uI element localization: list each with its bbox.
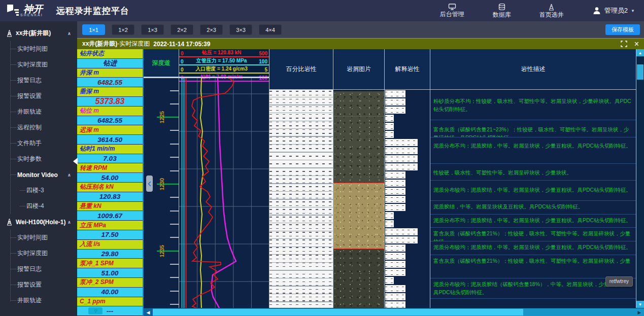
parameter-label: 入流 l/s	[77, 240, 143, 250]
sidebar-item[interactable]: 实时时间图 ∧	[0, 41, 77, 57]
nav-backend-admin[interactable]: 后台管理	[440, 4, 464, 18]
sidebar-item[interactable]: 四楼-3 ∧	[0, 183, 77, 198]
user-name: 管理员2	[604, 6, 628, 15]
lithology-segment	[385, 261, 405, 268]
parameter-value: ▽ 17.50	[77, 230, 143, 240]
description-row: 泥质分布不均；泥质胶结，中等。岩屑呈块状，少量豆粒状。具PDC钻头切削特征。	[430, 215, 636, 228]
sidebar-item[interactable]: 四楼-4 ∧	[0, 198, 77, 214]
sidebar-item[interactable]: xx井(新井眼) ∧	[0, 25, 77, 41]
lithology-segment	[385, 163, 418, 170]
dropdown-chevron-icon[interactable]: ▽	[88, 307, 103, 314]
sidebar-item[interactable]: 报警日志 ∧	[0, 73, 77, 88]
sidebar-item[interactable]: 文件助手 ∧	[0, 135, 77, 151]
parameter-label: C_1 ppm	[77, 297, 143, 307]
sidebar-item[interactable]: 实时时间图 ∧	[0, 230, 77, 245]
lithology-segment	[385, 293, 405, 300]
save-template-button[interactable]: 保存模板	[605, 24, 640, 35]
parameter-value: ▽ 29.80	[77, 250, 143, 259]
parameter-label: 垂深 m	[77, 87, 143, 97]
lithology-segment	[385, 139, 418, 146]
sidebar-item[interactable]: 实时深度图 ∧	[0, 245, 77, 261]
database-icon	[498, 4, 505, 11]
parameter-label: 泵冲_2 SPM	[77, 278, 143, 288]
vertical-scrollbar[interactable]: ▲ ▼	[636, 49, 644, 308]
layout-button[interactable]: 1×3	[141, 24, 164, 35]
description-row: 性较硬，吸水性、可塑性中等。岩屑呈碎块状，少量块状。	[430, 164, 636, 181]
top-header: 神开 SHENKAI 远程录井监控平台 后台管理 数据库	[0, 0, 644, 21]
lithology-segment	[385, 212, 394, 219]
lithology-segment	[385, 171, 405, 179]
vertical-scroll-track[interactable]	[636, 56, 644, 301]
description-row: 粉砂质分布不均；性较硬，吸水性、可塑性中等。岩屑呈块状，少量碎块状。具PDC钻头…	[430, 90, 636, 120]
lithology-segment	[385, 115, 394, 122]
chevron-left-icon	[148, 181, 151, 187]
lithology-segment	[385, 244, 405, 252]
scroll-up-button[interactable]: ▲	[636, 49, 644, 56]
lithology-segment	[385, 204, 405, 211]
parameter-value: ▽ 6482.55	[77, 78, 143, 87]
chevron-down-icon: ▼	[631, 9, 635, 13]
cuttings-photo-section	[333, 91, 384, 183]
sidebar-item[interactable]: 报警日志 ∧	[0, 261, 77, 277]
parameter-label: 钻井状态	[77, 49, 143, 59]
scroll-left-button[interactable]: ◀	[144, 308, 153, 316]
percent-lithology-body	[269, 90, 333, 308]
horizontal-scrollbar[interactable]: ◀ ▶	[144, 308, 644, 316]
parameter-value: ▽ 40.00	[77, 288, 143, 297]
sidebar-item[interactable]: 远程控制 ∧	[0, 120, 77, 135]
close-icon[interactable]: ×	[634, 41, 639, 48]
lithology-description-track: 岩性描述 粉砂质分布不均；性较硬，吸水性、可塑性中等。岩屑呈块状，少量碎块状。具…	[430, 49, 636, 308]
parameter-value: ▽ 51.00	[77, 268, 143, 278]
lithology-segment	[385, 269, 405, 276]
sidebar-item[interactable]: Monitor Video ∧	[0, 167, 77, 183]
sidebar-item[interactable]: 报警设置 ∧	[0, 88, 77, 104]
lithology-segment	[385, 107, 405, 114]
derrick-icon	[6, 29, 13, 37]
chevron-up-icon: ∧	[67, 31, 71, 36]
wob-curve	[192, 78, 234, 308]
user-menu[interactable]: 管理员2 ▼	[592, 6, 635, 15]
sidebar-collapse-arrow[interactable]	[73, 158, 78, 165]
vertical-scroll-thumb[interactable]	[637, 64, 643, 80]
lithology-segment	[385, 236, 418, 243]
fullscreen-icon[interactable]	[621, 41, 627, 47]
parameter-label: 悬重 kN	[77, 202, 143, 212]
parameter-row: C_1 ppm ▽ ---	[77, 297, 143, 316]
cuttings-photo-body	[333, 90, 384, 308]
layout-button[interactable]: 4×4	[259, 24, 282, 35]
curve-legend-header: 0 钻压 = 120.83 kN 500 0 立管压力 = 17.50 MPa …	[179, 49, 269, 77]
panel-timestamp: 2022-11-14 17:05:39	[153, 41, 210, 48]
depth-chart-region: 深度道	[144, 49, 644, 316]
sidebar-item[interactable]: 实时参数 ∧	[0, 151, 77, 167]
sidebar-item[interactable]: 井眼轨迹 ∧	[0, 104, 77, 120]
sidebar-item[interactable]: Wei-H100(Hole-1) ∧	[0, 214, 77, 230]
layout-button[interactable]: 2×3	[200, 24, 223, 35]
layout-button[interactable]: 1×1	[82, 24, 105, 35]
sidebar-item[interactable]: 实时深度图 ∧	[0, 57, 77, 73]
nav-database[interactable]: 数据库	[493, 4, 511, 18]
sidebar-item[interactable]: 报警设置 ∧	[0, 277, 77, 293]
scroll-down-button[interactable]: ▼	[636, 301, 644, 308]
parameter-label: 立压 MPa	[77, 221, 143, 230]
parameter-label: 迟深 m	[77, 125, 143, 135]
horizontal-scroll-thumb[interactable]	[153, 309, 523, 315]
lithology-segment	[385, 131, 394, 138]
lithology-description-body: 粉砂质分布不均；性较硬，吸水性、可塑性中等。岩屑呈块状，少量碎块状。具PDC钻头…	[430, 90, 636, 308]
curves-plot	[179, 77, 269, 308]
nav-home-well-select[interactable]: 首页选井	[539, 4, 564, 18]
lithology-segment	[385, 277, 394, 284]
app-window: 神开 SHENKAI 远程录井监控平台 后台管理 数据库	[0, 0, 644, 316]
user-icon	[592, 6, 601, 15]
lithology-segment	[385, 228, 418, 235]
parameter-panel-collapse-handle[interactable]	[146, 175, 153, 192]
depth-track-header: 深度道	[144, 49, 179, 77]
parameter-row: 钻位 m ▽ 6482.55	[77, 107, 143, 126]
layout-button[interactable]: 1×2	[112, 24, 134, 35]
layout-button[interactable]: 3×3	[229, 24, 252, 35]
parameter-label: 泵冲_1 SPM	[77, 259, 143, 268]
interpreted-lithology-header: 解释岩性	[385, 49, 430, 90]
layout-button[interactable]: 2×2	[171, 24, 193, 35]
scroll-right-button[interactable]: ▶	[635, 308, 644, 316]
monitor-icon	[448, 4, 456, 10]
sidebar-item[interactable]: 井眼轨迹 ∧	[0, 293, 77, 308]
